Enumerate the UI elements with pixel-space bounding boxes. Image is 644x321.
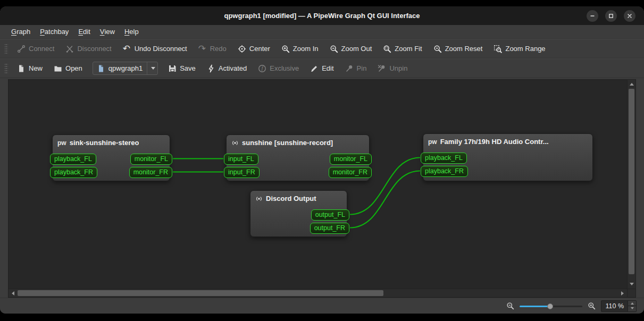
- horizontal-scrollbar[interactable]: [9, 289, 627, 297]
- canvas-frame: pwsink-sunshine-stereoplayback_FLplaybac…: [8, 79, 636, 298]
- scroll-right-arrow[interactable]: [618, 289, 627, 298]
- zoom-spin-arrows: [628, 301, 636, 311]
- port-monitor_FR[interactable]: monitor_FR: [329, 167, 372, 178]
- graph-node-sunshine[interactable]: sunshine [sunshine-record]input_FLinput_…: [226, 134, 370, 181]
- zoom-fit-button[interactable]: Zoom Fit: [378, 42, 426, 56]
- undo-icon: ↶: [123, 45, 131, 53]
- zoom-value[interactable]: 110 %: [601, 301, 628, 311]
- unpin-icon: [378, 64, 386, 73]
- menu-patchbay[interactable]: Patchbay: [35, 25, 73, 38]
- port-output_FR[interactable]: output_FR: [310, 223, 349, 234]
- zoom-in-label: Zoom In: [293, 45, 319, 53]
- menu-graph[interactable]: Graph: [6, 25, 35, 38]
- zoom-in-button[interactable]: Zoom In: [277, 42, 323, 56]
- window-title: qpwgraph1 [modified] — A PipeWire Graph …: [224, 12, 420, 20]
- node-title-text: sunshine [sunshine-record]: [242, 139, 333, 147]
- zoom-out-icon: [330, 45, 338, 53]
- graph-canvas[interactable]: pwsink-sunshine-stereoplayback_FLplaybac…: [9, 80, 627, 289]
- port-monitor_FL[interactable]: monitor_FL: [130, 154, 172, 165]
- zoom-reset-button[interactable]: Zoom Reset: [429, 42, 488, 56]
- vertical-scrollbar[interactable]: [627, 80, 635, 289]
- redo-label: Redo: [210, 45, 227, 53]
- zoom-out-label: Zoom Out: [341, 45, 372, 53]
- toolbar-graph: Connect Disconnect ↶ Undo Disconnect ↷ R…: [0, 39, 644, 58]
- edit-pencil-icon: [310, 64, 319, 73]
- new-button[interactable]: New: [12, 62, 47, 75]
- undo-disconnect-button[interactable]: ↶ Undo Disconnect: [118, 42, 192, 56]
- port-input_FR[interactable]: input_FR: [224, 167, 260, 178]
- pin-button[interactable]: Pin: [340, 62, 372, 75]
- zoom-spin-down-button[interactable]: [628, 306, 636, 311]
- unpin-button[interactable]: Unpin: [373, 62, 412, 75]
- connect-button[interactable]: Connect: [12, 42, 59, 56]
- toolbar-drag-handle[interactable]: [4, 43, 8, 55]
- edit-label: Edit: [322, 64, 333, 72]
- preset-combo-value: qpwgraph1: [108, 64, 143, 72]
- open-button[interactable]: Open: [49, 62, 87, 75]
- scroll-down-arrow[interactable]: [628, 280, 636, 289]
- menu-edit[interactable]: Edit: [73, 25, 95, 38]
- pipewire-icon: pw: [57, 139, 66, 147]
- minimize-button[interactable]: [587, 10, 598, 22]
- statusbar: 110 %: [0, 298, 644, 314]
- graph-node-family-audio[interactable]: pwFamily 17h/19h HD Audio Contr...playba…: [423, 133, 593, 181]
- toolbar-drag-handle[interactable]: [4, 63, 8, 74]
- zoom-spin-up-button[interactable]: [628, 301, 636, 307]
- port-monitor_FR[interactable]: monitor_FR: [129, 167, 172, 178]
- zoom-slider-handle[interactable]: [547, 303, 553, 309]
- exclusive-icon: f: [258, 64, 266, 73]
- menu-view[interactable]: View: [95, 25, 120, 38]
- save-label: Save: [180, 64, 196, 72]
- audio-app-icon: [231, 139, 239, 147]
- pipewire-icon: pw: [428, 138, 437, 146]
- connections-svg: [9, 80, 627, 289]
- port-input_FL[interactable]: input_FL: [224, 154, 258, 165]
- preset-combo[interactable]: qpwgraph1: [93, 62, 158, 75]
- disconnect-button[interactable]: Disconnect: [61, 42, 116, 56]
- port-playback_FL[interactable]: playback_FL: [50, 154, 96, 165]
- exclusive-button[interactable]: f Exclusive: [253, 62, 304, 75]
- zoom-reset-label: Zoom Reset: [445, 45, 483, 53]
- menubar: Graph Patchbay Edit View Help: [0, 25, 644, 39]
- port-playback_FR[interactable]: playback_FR: [50, 167, 97, 178]
- center-button[interactable]: Center: [233, 42, 275, 56]
- zoom-out-indicator-icon: [506, 302, 514, 310]
- port-playback_FL[interactable]: playback_FL: [421, 153, 467, 164]
- horizontal-scrollbar-thumb[interactable]: [18, 290, 383, 296]
- app-window: qpwgraph1 [modified] — A PipeWire Graph …: [0, 6, 644, 314]
- connect-label: Connect: [29, 45, 54, 53]
- port-output_FL[interactable]: output_FL: [311, 209, 349, 221]
- zoom-range-button[interactable]: Zoom Range: [489, 42, 550, 56]
- graph-node-sink-sunshine-stereo[interactable]: pwsink-sunshine-stereoplayback_FLplaybac…: [52, 134, 170, 181]
- zoom-fit-label: Zoom Fit: [395, 45, 422, 53]
- window-controls: [587, 6, 635, 25]
- save-button[interactable]: Save: [163, 62, 200, 75]
- redo-button[interactable]: ↷ Redo: [194, 42, 231, 56]
- patchbay-file-icon: [97, 64, 105, 73]
- pin-label: Pin: [357, 64, 367, 72]
- zoom-out-button[interactable]: Zoom Out: [325, 42, 377, 56]
- activated-button[interactable]: Activated: [202, 62, 252, 75]
- node-title: pwsink-sunshine-stereo: [53, 135, 170, 147]
- menu-help[interactable]: Help: [120, 25, 144, 38]
- node-title-text: Discord Output: [266, 195, 316, 202]
- zoom-spinbox[interactable]: 110 %: [601, 300, 637, 312]
- port-monitor_FL[interactable]: monitor_FL: [330, 154, 372, 165]
- maximize-button[interactable]: [605, 10, 617, 22]
- exclusive-label: Exclusive: [270, 64, 299, 72]
- zoom-slider[interactable]: [520, 302, 582, 310]
- toolbar-patchbay: New Open qpwgraph1 Save Activated: [0, 58, 644, 78]
- port-playback_FR[interactable]: playback_FR: [421, 166, 468, 177]
- scroll-left-arrow[interactable]: [9, 289, 17, 298]
- zoom-reset-icon: [433, 45, 442, 53]
- scroll-up-arrow[interactable]: [628, 80, 636, 88]
- zoom-in-icon: [281, 45, 290, 53]
- edit-button[interactable]: Edit: [305, 62, 338, 75]
- center-label: Center: [249, 45, 270, 53]
- titlebar[interactable]: qpwgraph1 [modified] — A PipeWire Graph …: [0, 6, 644, 25]
- close-button[interactable]: [624, 10, 635, 22]
- zoom-in-indicator-icon: [588, 302, 596, 310]
- graph-node-discord-output[interactable]: Discord Outputoutput_FLoutput_FR: [250, 190, 347, 237]
- vertical-scrollbar-thumb[interactable]: [629, 89, 634, 274]
- unpin-label: Unpin: [389, 64, 407, 72]
